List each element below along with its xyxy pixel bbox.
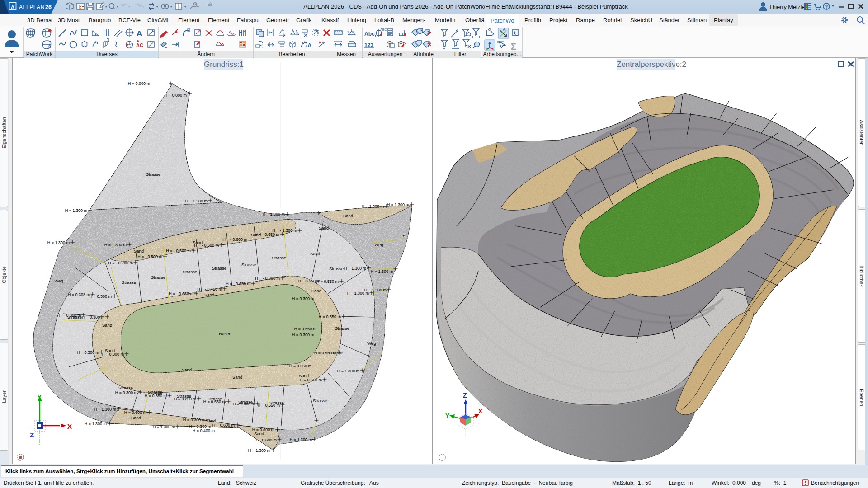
svg-text:H = - 1.300 m: H = - 1.300 m (272, 228, 297, 233)
svg-text:Sand: Sand (311, 288, 321, 293)
svg-text:H = 0.300 m: H = 0.300 m (292, 333, 314, 337)
svg-text:H = 1.300 m: H = 1.300 m (344, 266, 366, 271)
svg-text:Weg: Weg (367, 341, 376, 346)
svg-text:H = - 0.700 m: H = - 0.700 m (108, 261, 133, 265)
svg-text:Strasse: Strasse (329, 266, 344, 271)
svg-text:Strasse: Strasse (212, 266, 226, 271)
svg-text:Weg: Weg (54, 278, 63, 283)
svg-text:Strasse: Strasse (67, 314, 82, 319)
svg-text:Strasse: Strasse (208, 396, 222, 401)
svg-text:ALLPLAN: ALLPLAN (19, 4, 45, 10)
svg-text:H = 0.000 m: H = 0.000 m (165, 93, 187, 98)
svg-text:H = 1.300 m: H = 1.300 m (337, 369, 359, 373)
svg-text:H = 1.300 m: H = 1.300 m (65, 208, 87, 213)
svg-text:H = 1.300 m: H = 1.300 m (47, 240, 70, 245)
svg-text:H = 0.300 m: H = 0.300 m (115, 390, 137, 395)
svg-text:Strasse: Strasse (329, 350, 343, 355)
svg-text:Sand: Sand (299, 373, 309, 378)
svg-text:Sand: Sand (193, 240, 203, 245)
svg-text:Strasse: Strasse (269, 400, 284, 405)
svg-text:Σ: Σ (511, 42, 516, 52)
svg-text:H = 0.550 m: H = 0.550 m (300, 378, 322, 382)
svg-text:Strasse: Strasse (238, 399, 253, 404)
svg-text:Strasse: Strasse (122, 280, 136, 285)
svg-text:Strasse: Strasse (118, 385, 133, 390)
svg-text:Strasse: Strasse (335, 326, 349, 331)
svg-text:H = 1.300 m: H = 1.300 m (263, 212, 285, 216)
svg-text:Strasse: Strasse (272, 255, 286, 260)
svg-text:AC: AC (136, 42, 143, 48)
svg-text:A: A (137, 29, 142, 38)
svg-text:Sand: Sand (102, 323, 112, 328)
svg-text:Sand: Sand (319, 225, 329, 230)
svg-text:H = 0.300 m: H = 0.300 m (82, 315, 104, 319)
svg-text:Sand: Sand (232, 375, 242, 380)
svg-text:Rasen: Rasen (219, 331, 231, 336)
svg-text:Strasse: Strasse (177, 394, 191, 399)
svg-text:Strasse: Strasse (151, 275, 165, 280)
svg-text:H = 1.300 m: H = 1.300 m (85, 422, 107, 426)
svg-text:Strasse: Strasse (313, 398, 327, 403)
svg-text:H = - 0.500 m: H = - 0.500 m (166, 249, 191, 253)
svg-text:H = 1.300 m: H = 1.300 m (248, 448, 270, 453)
svg-text:X: X (478, 408, 483, 415)
svg-text:§: § (48, 44, 51, 49)
svg-text:H = 0.300 m: H = 0.300 m (292, 296, 314, 301)
svg-text:Strasse: Strasse (241, 262, 256, 267)
svg-text:123: 123 (364, 42, 373, 48)
svg-text:Z: Z (30, 431, 34, 439)
svg-text:H = 1.300 m: H = 1.300 m (290, 437, 312, 442)
svg-text:H = 1.300 m: H = 1.300 m (94, 407, 116, 412)
svg-text:H = 0.550 m: H = 0.550 m (289, 364, 311, 368)
svg-text:Sand: Sand (134, 249, 144, 253)
svg-text:H = 0.550 m: H = 0.550 m (319, 314, 341, 319)
svg-text:26: 26 (45, 4, 52, 10)
svg-text:H = 0.550 m: H = 0.550 m (298, 279, 320, 283)
svg-text:Z: Z (463, 392, 467, 399)
svg-text:H = 0.600 m: H = 0.600 m (255, 438, 277, 442)
svg-text:H = - 0.650 m: H = - 0.650 m (226, 282, 250, 286)
svg-text:Sand: Sand (343, 213, 353, 218)
svg-text:H = 0.000 m: H = 0.000 m (128, 81, 150, 86)
svg-text:H = - 0.300 m: H = - 0.300 m (255, 276, 280, 281)
svg-text:H = 0.300 m: H = 0.300 m (183, 418, 205, 422)
svg-text:H = 0.300 m: H = 0.300 m (77, 350, 99, 355)
svg-text:ABC: ABC (380, 28, 387, 31)
svg-text:H = 0.550 m: H = 0.550 m (294, 327, 316, 331)
svg-text:Sand: Sand (251, 232, 261, 237)
svg-text:A: A (305, 44, 308, 48)
svg-text:Strasse: Strasse (146, 172, 160, 177)
svg-text:Sand: Sand (254, 431, 264, 436)
svg-text:H = 0.600 m: H = 0.600 m (212, 423, 235, 427)
svg-text:Sand: Sand (131, 415, 141, 420)
svg-text:H = - 0.500 m: H = - 0.500 m (137, 254, 162, 259)
svg-text:H = 1.300 m: H = 1.300 m (153, 425, 175, 429)
svg-text:Abc,: Abc, (364, 31, 376, 37)
svg-text:+: + (402, 234, 405, 238)
svg-text:Sand: Sand (206, 418, 216, 423)
svg-text:Strasse: Strasse (183, 269, 197, 274)
svg-text:Weg: Weg (374, 242, 383, 247)
svg-text:H = - 0.450 m: H = - 0.450 m (197, 287, 222, 291)
svg-text:A: A (307, 42, 312, 49)
svg-text:H = 1.300 m: H = 1.300 m (362, 204, 384, 209)
svg-text:H = 1.300 m: H = 1.300 m (387, 202, 409, 207)
svg-text:Sand: Sand (182, 367, 192, 372)
svg-text:H = 0.400 m: H = 0.400 m (193, 428, 215, 433)
svg-text:Y: Y (445, 412, 450, 419)
svg-text:Sand: Sand (310, 251, 320, 256)
svg-text:H = 1.300 m: H = 1.300 m (185, 199, 208, 203)
svg-text:H = 1.300 m: H = 1.300 m (364, 288, 387, 292)
svg-text:Sand: Sand (105, 348, 115, 353)
svg-text:H = - 0.650 m: H = - 0.650 m (169, 291, 193, 296)
svg-text:H = 0.600 m: H = 0.600 m (124, 410, 146, 415)
svg-text:A: A (10, 4, 15, 11)
svg-text:H = 0.300 m: H = 0.300 m (90, 294, 112, 299)
svg-text:H = - 0.600 m: H = - 0.600 m (222, 237, 247, 242)
svg-text:Y: Y (37, 393, 42, 401)
svg-text:X: X (67, 422, 72, 430)
svg-text:Strasse: Strasse (148, 389, 162, 394)
svg-text:H = 1.300 m: H = 1.300 m (371, 269, 393, 274)
svg-text:H = 0.308 m: H = 0.308 m (68, 292, 90, 297)
svg-text:Sand: Sand (204, 292, 214, 297)
